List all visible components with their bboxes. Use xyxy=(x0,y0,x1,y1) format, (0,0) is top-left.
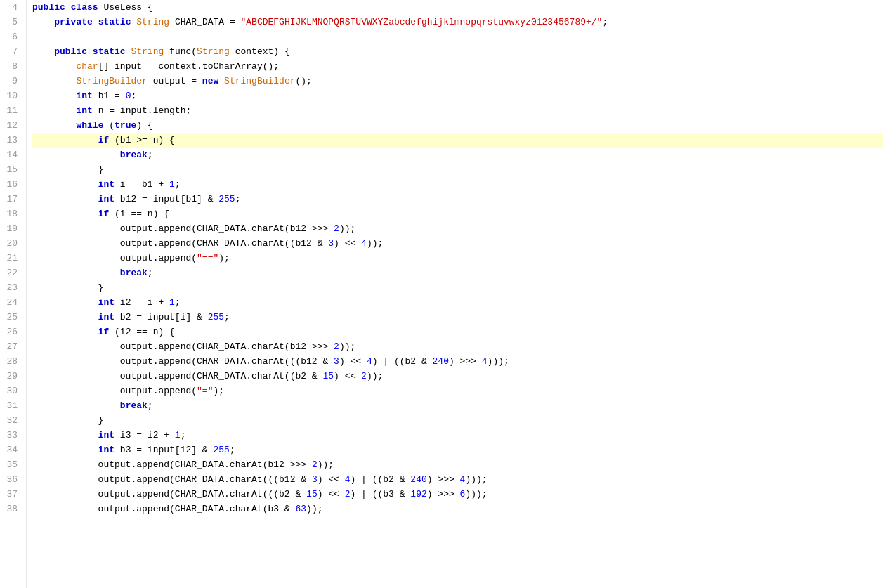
code-line: if (b1 >= n) { xyxy=(32,133,883,148)
line-number: 19 xyxy=(6,221,18,236)
code-line: int i = b1 + 1; xyxy=(32,177,883,192)
code-line: output.append("=="); xyxy=(32,251,883,266)
line-number: 31 xyxy=(6,398,18,413)
line-number: 25 xyxy=(6,310,18,325)
line-number: 23 xyxy=(6,280,18,295)
code-line: output.append(CHAR_DATA.charAt(b12 >>> 2… xyxy=(32,457,883,472)
code-line: int n = input.length; xyxy=(32,103,883,118)
code-line: output.append(CHAR_DATA.charAt(((b12 & 3… xyxy=(32,472,883,487)
code-line: int b1 = 0; xyxy=(32,89,883,103)
line-number: 34 xyxy=(6,443,18,457)
code-line: break; xyxy=(32,398,883,413)
line-number: 13 xyxy=(6,133,18,148)
code-line: output.append(CHAR_DATA.charAt((b12 & 3)… xyxy=(32,236,883,251)
code-line: break; xyxy=(32,266,883,280)
line-number: 11 xyxy=(6,103,18,118)
code-line: int i2 = i + 1; xyxy=(32,295,883,310)
code-line: public static String func(String context… xyxy=(32,44,883,59)
line-number: 38 xyxy=(6,502,18,516)
line-number: 21 xyxy=(6,251,18,266)
line-number: 6 xyxy=(6,30,18,44)
code-line: public class UseLess { xyxy=(32,0,883,15)
code-line: output.append(CHAR_DATA.charAt(b12 >>> 2… xyxy=(32,339,883,354)
line-number: 7 xyxy=(6,44,18,59)
code-line: break; xyxy=(32,148,883,162)
line-number: 8 xyxy=(6,59,18,74)
line-number: 33 xyxy=(6,428,18,443)
code-line: if (i2 == n) { xyxy=(32,325,883,339)
line-number: 22 xyxy=(6,266,18,280)
code-line: output.append(CHAR_DATA.charAt(((b12 & 3… xyxy=(32,354,883,369)
code-line: } xyxy=(32,280,883,295)
code-line xyxy=(32,30,883,44)
line-number: 16 xyxy=(6,177,18,192)
code-line: int i3 = i2 + 1; xyxy=(32,428,883,443)
line-number: 37 xyxy=(6,487,18,502)
line-number-gutter: 4567891011121314151617181920212223242526… xyxy=(0,0,27,588)
line-number: 14 xyxy=(6,148,18,162)
code-line: output.append("="); xyxy=(32,384,883,398)
line-number: 15 xyxy=(6,162,18,177)
code-line: int b2 = input[i] & 255; xyxy=(32,310,883,325)
line-number: 17 xyxy=(6,192,18,207)
line-number: 5 xyxy=(6,15,18,30)
code-line: StringBuilder output = new StringBuilder… xyxy=(32,74,883,89)
code-line: char[] input = context.toCharArray(); xyxy=(32,59,883,74)
line-number: 32 xyxy=(6,413,18,428)
code-line: int b12 = input[b1] & 255; xyxy=(32,192,883,207)
line-number: 9 xyxy=(6,74,18,89)
line-number: 36 xyxy=(6,472,18,487)
line-number: 20 xyxy=(6,236,18,251)
line-number: 10 xyxy=(6,89,18,103)
code-content: public class UseLess { private static St… xyxy=(27,0,883,588)
code-editor: 4567891011121314151617181920212223242526… xyxy=(0,0,883,588)
code-line: output.append(CHAR_DATA.charAt((b2 & 15)… xyxy=(32,369,883,384)
line-number: 4 xyxy=(6,0,18,15)
line-number: 29 xyxy=(6,369,18,384)
line-number: 35 xyxy=(6,457,18,472)
line-number: 24 xyxy=(6,295,18,310)
line-number: 18 xyxy=(6,207,18,221)
line-number: 30 xyxy=(6,384,18,398)
line-number: 27 xyxy=(6,339,18,354)
code-line: int b3 = input[i2] & 255; xyxy=(32,443,883,457)
code-line: output.append(CHAR_DATA.charAt(b3 & 63))… xyxy=(32,502,883,516)
code-line: } xyxy=(32,162,883,177)
line-number: 12 xyxy=(6,118,18,133)
line-number: 26 xyxy=(6,325,18,339)
line-number: 28 xyxy=(6,354,18,369)
code-line: output.append(CHAR_DATA.charAt(b12 >>> 2… xyxy=(32,221,883,236)
code-line: private static String CHAR_DATA = "ABCDE… xyxy=(32,15,883,30)
code-line: } xyxy=(32,413,883,428)
code-line: while (true) { xyxy=(32,118,883,133)
code-line: if (i == n) { xyxy=(32,207,883,221)
code-line: output.append(CHAR_DATA.charAt(((b2 & 15… xyxy=(32,487,883,502)
